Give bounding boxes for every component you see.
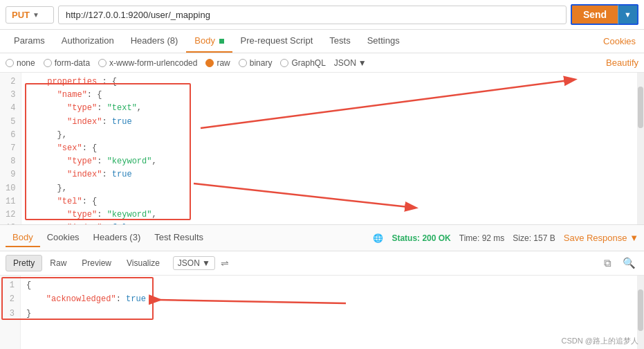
code-line-3: "name": { [27, 89, 638, 102]
resp-line-2: "acknowledged": true [26, 292, 638, 306]
editor-scrollbar-thumb [638, 87, 643, 128]
code-line-11: "tel": { [27, 195, 638, 208]
globe-icon: 🌐 [373, 233, 383, 243]
code-line-5: "index": true [27, 116, 638, 129]
nav-tabs: Params Authorization Headers (8) Body Pr… [0, 30, 644, 53]
editor-area[interactable]: 23456 7891011 1213 properties : { "name"… [0, 73, 644, 225]
save-response-button[interactable]: Save Response ▼ [564, 233, 638, 243]
code-line-8: "type": "keyword", [27, 155, 638, 168]
option-graphql[interactable]: GraphQL [280, 58, 325, 68]
response-scrollbar-thumb [638, 289, 643, 331]
format-tab-visualize[interactable]: Visualize [119, 255, 167, 271]
search-icon[interactable]: 🔍 [620, 256, 638, 271]
radio-form-data [44, 59, 52, 67]
option-none[interactable]: none [6, 58, 35, 68]
response-line-numbers: 123 [0, 276, 21, 349]
code-line-12: "type": "keyword", [27, 208, 638, 222]
response-tab-headers[interactable]: Headers (3) [86, 229, 148, 247]
method-label: PUT [12, 10, 30, 20]
response-tab-test-results[interactable]: Test Results [147, 229, 210, 247]
code-line-7: "sex": { [27, 142, 638, 155]
code-editor: 23456 7891011 1213 properties : { "name"… [0, 73, 644, 225]
code-line-9: "index": true [27, 168, 638, 181]
response-tab-body[interactable]: Body [6, 229, 40, 247]
code-lines[interactable]: properties : { "name": { "type": "text",… [21, 73, 644, 224]
radio-raw [205, 59, 214, 67]
radio-binary [239, 59, 247, 67]
watermark: CSDN @路上的追梦人 [562, 336, 638, 346]
tab-authorization[interactable]: Authorization [53, 30, 122, 53]
editor-scrollbar[interactable] [637, 73, 644, 224]
code-line-2: properties : { [27, 75, 638, 89]
format-tab-preview[interactable]: Preview [74, 255, 119, 271]
size-text: Size: 157 B [513, 233, 555, 243]
tab-headers[interactable]: Headers (8) [122, 30, 187, 53]
tab-tests[interactable]: Tests [321, 30, 358, 53]
tab-settings[interactable]: Settings [359, 30, 408, 53]
tab-pre-request[interactable]: Pre-request Script [232, 30, 322, 53]
code-line-10: }, [27, 182, 638, 195]
resp-line-3: } [26, 307, 638, 321]
url-input[interactable] [58, 6, 567, 24]
option-binary[interactable]: binary [239, 58, 273, 68]
option-form-data[interactable]: form-data [44, 58, 90, 68]
filter-icon[interactable]: ⇌ [221, 258, 229, 269]
response-area[interactable]: 123 { "acknowledged": true } [0, 276, 644, 349]
response-status: 🌐 Status: 200 OK Time: 92 ms Size: 157 B… [373, 233, 638, 243]
status-text: Status: 200 OK [392, 233, 450, 243]
radio-graphql [280, 59, 288, 67]
code-line-4: "type": "text", [27, 102, 638, 115]
format-icons: ⧉ 🔍 [601, 256, 638, 271]
code-line-13: "index": false [27, 222, 638, 224]
time-text: Time: 92 ms [459, 233, 505, 243]
radio-urlencoded [98, 59, 107, 67]
format-bar: Pretty Raw Preview Visualize JSON ▼ ⇌ ⧉ … [0, 251, 644, 276]
line-numbers: 23456 7891011 1213 [0, 73, 21, 224]
beautify-button[interactable]: Beautify [606, 57, 638, 68]
send-dropdown[interactable]: ▼ [618, 4, 638, 25]
resp-line-1: { [26, 278, 638, 292]
format-tab-pretty[interactable]: Pretty [6, 255, 42, 271]
radio-none [6, 59, 14, 67]
copy-icon[interactable]: ⧉ [601, 256, 614, 271]
tab-body[interactable]: Body [186, 30, 232, 53]
body-type-bar: none form-data x-www-form-urlencoded raw… [0, 53, 644, 73]
response-wrapper: 123 { "acknowledged": true } [0, 276, 644, 349]
response-json-dropdown[interactable]: JSON ▼ [173, 256, 215, 270]
json-format-dropdown[interactable]: JSON ▼ [334, 58, 367, 68]
code-line-6: }, [27, 129, 638, 142]
method-arrow: ▼ [33, 11, 39, 19]
response-tab-cookies[interactable]: Cookies [40, 229, 86, 247]
send-button[interactable]: Send [571, 4, 618, 25]
send-btn-group: Send ▼ [571, 4, 638, 25]
tab-cookies[interactable]: Cookies [600, 30, 638, 52]
tab-params[interactable]: Params [6, 30, 53, 53]
body-dot [219, 39, 224, 44]
option-urlencoded[interactable]: x-www-form-urlencoded [98, 58, 197, 68]
url-bar: PUT ▼ Send ▼ [0, 0, 644, 30]
method-select[interactable]: PUT ▼ [6, 6, 54, 24]
format-tab-raw[interactable]: Raw [42, 255, 74, 271]
response-bar: Body Cookies Headers (3) Test Results 🌐 … [0, 225, 644, 251]
response-code[interactable]: { "acknowledged": true } [21, 276, 644, 349]
option-raw[interactable]: raw [205, 58, 230, 68]
